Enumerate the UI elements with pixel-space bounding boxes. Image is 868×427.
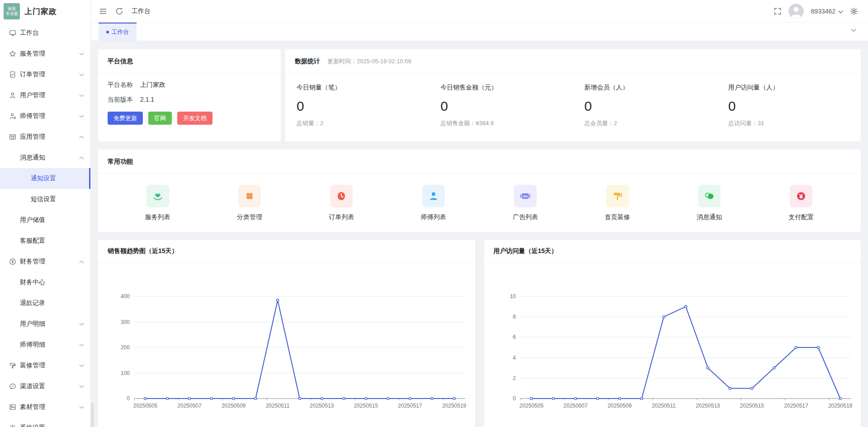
quick-item-category-manage[interactable]: 分类管理 (203, 185, 295, 221)
top-header: 工作台 8933462 (91, 0, 868, 23)
quick-item-master-list[interactable]: 师傅列表 (387, 185, 479, 221)
sidebar-menu: 工作台服务管理订单管理用户管理师傅管理应用管理消息通知通知设置短信设置用户储值客… (0, 23, 90, 427)
user-dropdown[interactable]: 8933462 (811, 8, 843, 15)
sidebar-item-refund-record[interactable]: 退款记录 (0, 293, 90, 314)
tab-workbench[interactable]: 工作台 (99, 23, 137, 41)
menu-fold-icon[interactable] (99, 7, 107, 15)
sidebar-item-workbench[interactable]: 工作台 (0, 23, 90, 43)
svg-text:20250519: 20250519 (828, 403, 852, 409)
decorate-icon (606, 185, 629, 207)
tabbar-collapse-icon[interactable] (851, 28, 856, 32)
tab-label: 工作台 (112, 28, 129, 36)
svg-text:100: 100 (121, 370, 130, 376)
service-icon (146, 185, 169, 207)
yen-icon (9, 258, 16, 265)
sidebar-item-user-manage[interactable]: 用户管理 (0, 85, 90, 106)
sidebar-item-app-manage[interactable]: 应用管理 (0, 127, 90, 147)
logo-row: 家政 专业版 上门家政 (0, 0, 90, 23)
free-update-button[interactable]: 免费更新 (108, 112, 143, 125)
sidebar-item-service-config[interactable]: 客服配置 (0, 230, 90, 251)
refresh-icon[interactable] (115, 7, 123, 15)
sidebar-item-label: 消息通知 (20, 154, 79, 162)
fullscreen-icon[interactable] (774, 7, 782, 15)
sidebar-item-label: 退款记录 (20, 299, 84, 307)
stat-value: 0 (585, 99, 717, 114)
visits-chart-body: 0246810202505052025050720250509202505112… (484, 263, 861, 427)
avatar[interactable] (788, 4, 804, 19)
svg-text:20250507: 20250507 (177, 403, 202, 409)
stat-sub-total: 总销量：2 (297, 119, 429, 127)
svg-text:10: 10 (509, 293, 516, 300)
sidebar-item-label: 用户明细 (20, 320, 79, 328)
sidebar-item-decorate-manage[interactable]: 装修管理 (0, 355, 90, 376)
visits-card: 用户访问量（近15天） 0246810202505052025050720250… (484, 240, 861, 427)
quick-items: 服务列表分类管理订单列表师傅列表AD广告列表首页装修消息通知支付配置 (98, 174, 861, 221)
sidebar-item-label: 装修管理 (20, 361, 79, 370)
svg-text:20250505: 20250505 (519, 403, 543, 409)
sidebar-item-system-setting[interactable]: 系统设置 (0, 418, 90, 427)
svg-text:20250513: 20250513 (310, 403, 334, 409)
svg-text:200: 200 (121, 344, 130, 351)
sidebar-item-channel-setting[interactable]: 渠道设置 (0, 376, 90, 397)
chevron-down-icon (79, 73, 84, 76)
active-tab-dot (106, 31, 109, 33)
svg-text:2: 2 (513, 375, 516, 381)
dev-docs-button[interactable]: 开发文档 (177, 112, 212, 125)
stats-update-time: 更新时间：2025-05-19 02:10:59 (327, 57, 411, 66)
sidebar-item-label: 用户储值 (20, 216, 84, 224)
stat-sub-total: 总访问量：31 (728, 119, 861, 127)
sidebar-item-label: 素材管理 (20, 403, 79, 411)
sales-trend-card: 销售额趋势图（近15天） 010020030040020250505202505… (98, 240, 475, 427)
svg-text:400: 400 (121, 293, 130, 300)
svg-text:8: 8 (513, 314, 516, 320)
image-icon (9, 404, 16, 411)
user-icon (9, 92, 16, 99)
chevron-down-icon (79, 94, 84, 97)
sidebar-item-label: 财务管理 (20, 258, 79, 266)
sidebar-item-notify-setting[interactable]: 通知设置 (0, 168, 90, 189)
sidebar-item-label: 用户管理 (20, 91, 79, 99)
svg-text:4: 4 (513, 355, 516, 361)
chevron-down-icon (79, 364, 84, 367)
quick-item-label: 支付配置 (788, 213, 814, 221)
sidebar-item-service-manage[interactable]: 服务管理 (0, 43, 90, 64)
header-right: 8933462 (774, 4, 858, 19)
chevron-down-icon (79, 343, 84, 347)
sidebar-item-sms-setting[interactable]: 短信设置 (0, 189, 90, 210)
quick-item-service-list[interactable]: 服务列表 (112, 185, 203, 221)
stats-card-title: 数据统计 (295, 57, 320, 66)
chevron-down-icon (79, 115, 84, 118)
stat-item: 今日销售金额（元）0总销售金额：¥384.9 (429, 84, 573, 127)
sidebar-item-user-detail[interactable]: 用户明细 (0, 314, 90, 334)
message-icon (698, 185, 721, 207)
sidebar-item-finance-center[interactable]: 财务中心 (0, 272, 90, 293)
svg-text:20250517: 20250517 (784, 403, 808, 409)
stat-sub-total: 总销售金额：¥384.9 (440, 119, 573, 127)
sidebar-item-user-recharge[interactable]: 用户储值 (0, 210, 90, 230)
sidebar-item-finance-manage[interactable]: 财务管理 (0, 251, 90, 272)
sidebar-item-order-manage[interactable]: 订单管理 (0, 64, 90, 85)
quick-item-pay-config[interactable]: 支付配置 (755, 185, 847, 221)
svg-text:20250511: 20250511 (266, 403, 290, 409)
settings-gear-icon[interactable] (850, 7, 858, 15)
quick-item-label: 师傅列表 (421, 213, 446, 221)
tab-bar: 工作台 (91, 23, 868, 41)
sidebar-scrollbar-thumb[interactable] (91, 403, 94, 427)
quick-item-label: 服务列表 (145, 213, 170, 221)
quick-item-message-notify[interactable]: 消息通知 (663, 185, 755, 221)
sidebar-item-label: 工作台 (20, 29, 84, 37)
quick-item-ad-list[interactable]: AD广告列表 (480, 185, 571, 221)
sidebar-item-material-manage[interactable]: 素材管理 (0, 397, 90, 418)
official-site-button[interactable]: 官网 (148, 112, 172, 125)
svg-text:20250517: 20250517 (398, 403, 422, 409)
quick-item-home-decorate[interactable]: 首页装修 (571, 185, 663, 221)
stat-item: 今日销量（笔）0总销量：2 (285, 84, 429, 127)
svg-text:20250509: 20250509 (607, 403, 632, 409)
quick-item-order-list[interactable]: 订单列表 (296, 185, 387, 221)
stat-label: 今日销售金额（元） (440, 84, 573, 92)
sidebar-item-label: 短信设置 (31, 195, 84, 203)
stat-label: 今日销量（笔） (297, 84, 429, 92)
sidebar-item-master-manage[interactable]: 师傅管理 (0, 106, 90, 127)
sidebar-item-message-notify[interactable]: 消息通知 (0, 147, 90, 168)
sidebar-item-master-detail[interactable]: 师傅明细 (0, 334, 90, 355)
